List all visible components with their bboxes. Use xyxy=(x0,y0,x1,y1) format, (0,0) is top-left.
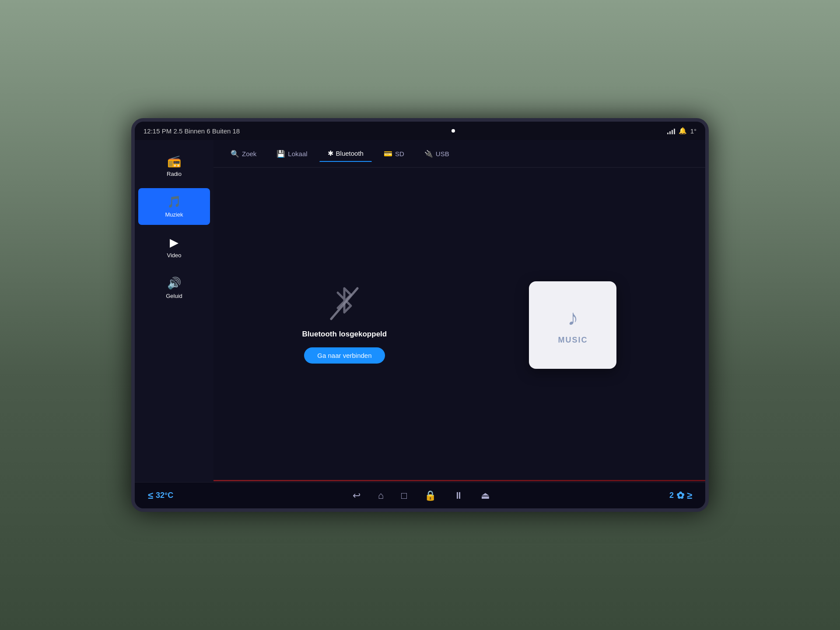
notification-dot xyxy=(452,129,455,133)
tab-usb[interactable]: 🔌 USB xyxy=(416,146,458,162)
car-infotainment-screen: 12:15 PM 2.5 Binnen 6 Buiten 18 🔔 1° 📻 R… xyxy=(131,118,709,512)
temperature-display-right: 2 ✿ ≥ xyxy=(669,490,692,501)
time-display: 12:15 PM xyxy=(144,127,172,135)
status-bar: 12:15 PM 2.5 Binnen 6 Buiten 18 🔔 1° xyxy=(135,122,705,140)
content-area: 🔍 Zoek 💾 Lokaal ✱ Bluetooth 💳 SD 🔌 xyxy=(214,140,705,482)
music-note-icon: ♪ xyxy=(567,305,578,330)
sound-sidebar-icon: 🔊 xyxy=(167,276,181,290)
battery-display: 1° xyxy=(690,127,696,135)
music-icon: 🎵 xyxy=(167,195,181,209)
bluetooth-crossed-icon xyxy=(327,286,362,321)
recents-button[interactable]: □ xyxy=(401,490,407,501)
tab-lokaal[interactable]: 💾 Lokaal xyxy=(268,146,315,162)
tab-sd-label: SD xyxy=(395,150,404,158)
tab-zoek[interactable]: 🔍 Zoek xyxy=(222,146,265,162)
bluetooth-tab-icon: ✱ xyxy=(328,149,333,158)
bluetooth-panel: Bluetooth losgekoppeld Ga naar verbinden… xyxy=(214,168,705,482)
sidebar-item-muziek[interactable]: 🎵 Muziek xyxy=(138,188,210,225)
disconnect-text: Bluetooth losgekoppeld xyxy=(302,330,387,339)
progress-bar xyxy=(214,480,705,481)
home-button[interactable]: ⌂ xyxy=(378,490,384,501)
tab-zoek-label: Zoek xyxy=(242,150,256,158)
eject-button[interactable]: ⏏ xyxy=(481,490,490,501)
temperature-display-left: ≤ 32°C xyxy=(148,490,173,501)
wind-left-icon: ≤ xyxy=(148,490,153,501)
local-tab-icon: 💾 xyxy=(276,150,285,158)
lock-button[interactable]: 🔒 xyxy=(424,490,436,501)
muziek-label: Muziek xyxy=(165,211,183,218)
tab-sd[interactable]: 💳 SD xyxy=(375,146,413,162)
usb-tab-icon: 🔌 xyxy=(424,150,433,158)
status-info: 12:15 PM 2.5 Binnen 6 Buiten 18 xyxy=(144,127,240,135)
connect-button[interactable]: Ga naar verbinden xyxy=(304,347,385,364)
tab-bar: 🔍 Zoek 💾 Lokaal ✱ Bluetooth 💳 SD 🔌 xyxy=(214,140,705,168)
video-icon: ▶ xyxy=(170,236,178,249)
signal-icon xyxy=(667,127,675,134)
sidebar-item-geluid[interactable]: 🔊 Geluid xyxy=(138,270,210,306)
sound-icon: 🔔 xyxy=(679,127,687,135)
tab-usb-label: USB xyxy=(436,150,449,158)
nav-icon-group: ↩ ⌂ □ 🔒 ⏸ ⏏ xyxy=(173,490,669,501)
temp-value-left: 32°C xyxy=(156,491,173,500)
bluetooth-svg-icon xyxy=(327,284,362,323)
tab-lokaal-label: Lokaal xyxy=(288,150,307,158)
tab-bluetooth[interactable]: ✱ Bluetooth xyxy=(319,145,372,162)
sidebar: 📻 Radio 🎵 Muziek ▶ Video 🔊 Geluid xyxy=(135,140,214,482)
radio-icon: 📻 xyxy=(167,154,181,168)
notification-center xyxy=(452,129,455,133)
status-right-icons: 🔔 1° xyxy=(667,127,696,135)
main-content: 📻 Radio 🎵 Muziek ▶ Video 🔊 Geluid 🔍 xyxy=(135,140,705,482)
search-tab-icon: 🔍 xyxy=(231,150,239,158)
sidebar-item-video[interactable]: ▶ Video xyxy=(138,229,210,266)
pause-button[interactable]: ⏸ xyxy=(454,490,463,501)
music-widget-label: MUSIC xyxy=(558,336,588,345)
bluetooth-disconnect-widget: Bluetooth losgekoppeld Ga naar verbinden xyxy=(302,286,387,364)
geluid-label: Geluid xyxy=(166,293,182,299)
sidebar-item-radio[interactable]: 📻 Radio xyxy=(138,147,210,184)
fan-value-right: 2 xyxy=(669,491,674,500)
fan-icon-right: ✿ xyxy=(676,490,684,501)
tab-bluetooth-label: Bluetooth xyxy=(336,150,364,157)
back-button[interactable]: ↩ xyxy=(353,490,360,501)
radio-label: Radio xyxy=(167,171,182,177)
bottom-nav-bar: ≤ 32°C ↩ ⌂ □ 🔒 ⏸ ⏏ 2 ✿ ≥ xyxy=(135,482,705,508)
video-label: Video xyxy=(167,252,181,259)
sd-tab-icon: 💳 xyxy=(384,150,392,158)
wind-right-icon: ≥ xyxy=(687,490,692,501)
music-widget[interactable]: ♪ MUSIC xyxy=(529,281,616,369)
air-quality: 2.5 Binnen 6 Buiten 18 xyxy=(173,127,240,135)
